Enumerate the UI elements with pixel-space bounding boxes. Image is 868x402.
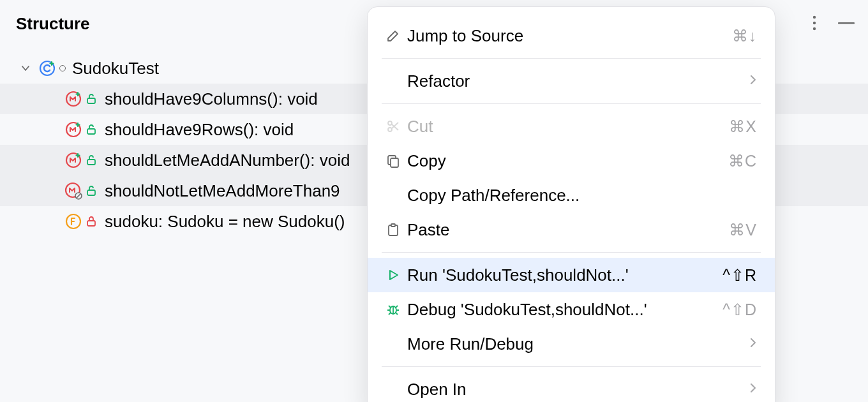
run-icon: [382, 267, 405, 283]
menu-copy-path[interactable]: Copy Path/Reference...: [368, 178, 775, 212]
svg-rect-4: [87, 129, 95, 134]
tree-item-label: shouldHave9Columns(): void: [105, 89, 318, 109]
svg-rect-20: [391, 158, 398, 167]
copy-icon: [382, 153, 405, 168]
menu-shortcut: ⌘V: [729, 221, 757, 239]
svg-point-15: [813, 27, 816, 30]
menu-jump-to-source[interactable]: Jump to Source ⌘↓: [368, 19, 775, 53]
svg-rect-6: [87, 160, 95, 165]
menu-more-run-debug[interactable]: More Run/Debug: [368, 327, 775, 361]
menu-label: More Run/Debug: [407, 334, 749, 354]
more-options-icon[interactable]: [805, 14, 823, 32]
menu-separator: [382, 366, 761, 367]
top-toolbar: [805, 14, 855, 32]
chevron-right-icon: [749, 337, 757, 352]
menu-shortcut: ⌘C: [728, 152, 757, 170]
chevron-right-icon: [749, 382, 757, 397]
svg-point-14: [813, 22, 816, 24]
menu-shortcut: ⌘↓: [732, 27, 758, 45]
menu-label: Copy: [407, 151, 728, 171]
lock-open-icon: [86, 185, 97, 197]
method-icon: [64, 120, 83, 139]
menu-label: Run 'SudokuTest,shouldNot...': [407, 265, 722, 285]
lock-open-icon: [86, 124, 97, 135]
bug-icon: [382, 302, 405, 317]
clipboard-icon: [382, 222, 405, 237]
menu-open-in[interactable]: Open In: [368, 372, 775, 402]
menu-label: Open In: [407, 380, 749, 399]
class-icon: [38, 59, 57, 78]
menu-separator: [382, 103, 761, 104]
menu-label: Paste: [407, 220, 729, 240]
menu-label: Copy Path/Reference...: [407, 186, 757, 205]
menu-run[interactable]: Run 'SudokuTest,shouldNot...' ^⇧R: [368, 258, 775, 292]
svg-point-13: [813, 16, 816, 19]
tree-item-label: shouldLetMeAddANumber(): void: [105, 151, 350, 170]
chevron-down-icon[interactable]: [16, 59, 35, 78]
menu-cut: Cut ⌘X: [368, 109, 775, 144]
svg-rect-2: [87, 98, 95, 103]
svg-rect-22: [391, 224, 395, 227]
method-icon: [64, 151, 83, 170]
svg-rect-12: [87, 221, 95, 226]
menu-label: Cut: [407, 117, 729, 137]
lock-open-icon: [86, 154, 97, 166]
menu-label: Refactor: [407, 71, 749, 91]
pencil-icon: [382, 28, 405, 43]
menu-separator: [382, 252, 761, 253]
tree-item-label: shouldHave9Rows(): void: [105, 120, 294, 140]
minimize-icon[interactable]: [837, 14, 855, 32]
tree-item-label: sudoku: Sudoku = new Sudoku(): [105, 212, 345, 232]
lock-open-icon: [86, 93, 97, 105]
menu-separator: [382, 58, 761, 59]
menu-label: Debug 'SudokuTest,shouldNot...': [407, 300, 722, 320]
visibility-dot-icon: [59, 65, 66, 71]
scissors-icon: [382, 119, 405, 134]
menu-shortcut: ⌘X: [729, 117, 757, 136]
svg-rect-16: [838, 22, 855, 24]
chevron-right-icon: [749, 74, 757, 89]
menu-refactor[interactable]: Refactor: [368, 64, 775, 98]
field-icon: [64, 212, 83, 231]
tree-item-label: shouldNotLetMeAddMoreThan9: [105, 181, 340, 201]
method-icon: [64, 89, 83, 108]
method-disabled-icon: [64, 181, 83, 200]
menu-copy[interactable]: Copy ⌘C: [368, 144, 775, 178]
svg-rect-10: [87, 190, 95, 195]
menu-label: Jump to Source: [407, 26, 732, 46]
menu-debug[interactable]: Debug 'SudokuTest,shouldNot...' ^⇧D: [368, 292, 775, 327]
lock-closed-icon: [86, 216, 97, 227]
menu-paste[interactable]: Paste ⌘V: [368, 212, 775, 247]
context-menu: Jump to Source ⌘↓ Refactor Cut ⌘X Copy ⌘…: [367, 6, 775, 402]
tree-root-label: SudokuTest: [72, 59, 159, 78]
menu-shortcut: ^⇧R: [722, 266, 757, 285]
menu-shortcut: ^⇧D: [722, 301, 757, 319]
